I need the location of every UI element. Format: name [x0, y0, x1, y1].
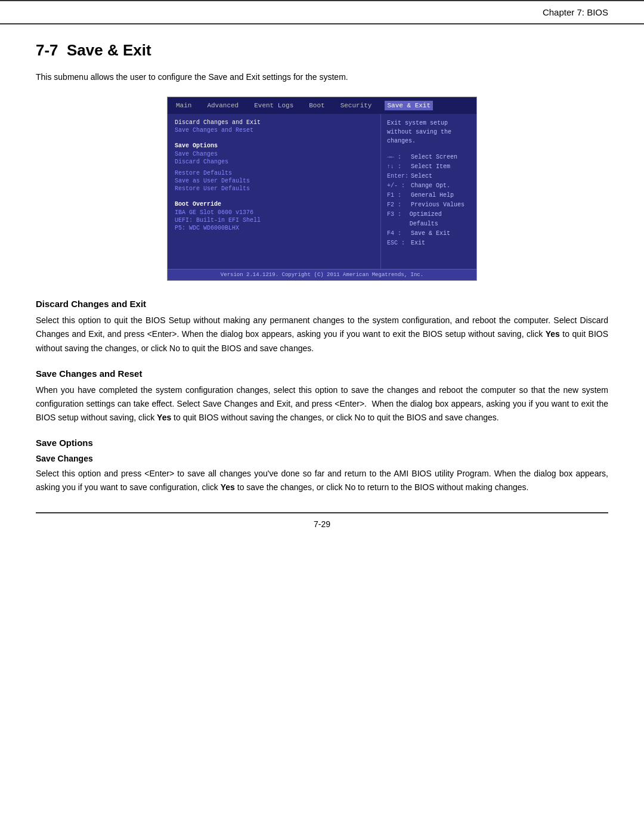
bios-left-panel: Discard Changes and Exit Save Changes an…	[168, 114, 381, 269]
bios-key-select-screen: →← : Select Screen	[387, 153, 470, 162]
bios-key-f1: F1 : General Help	[387, 191, 470, 200]
bios-item-save-user-defaults[interactable]: Save as User Defaults	[175, 177, 373, 185]
bios-label-boot-override: Boot Override	[175, 201, 373, 208]
bios-body: Discard Changes and Exit Save Changes an…	[168, 114, 476, 269]
bios-help-text: Exit system setup without saving the cha…	[387, 119, 470, 145]
bios-screenshot: Main Advanced Event Logs Boot Security S…	[167, 97, 477, 281]
bios-key-esc: ESC : Exit	[387, 239, 470, 248]
bios-item-restore-user-defaults[interactable]: Restore User Defaults	[175, 185, 373, 193]
page-number: 7-29	[36, 519, 608, 529]
bios-item-iba[interactable]: IBA GE Slot 0600 v1376	[175, 209, 373, 216]
bios-item-discard-changes[interactable]: Discard Changes	[175, 158, 373, 166]
bios-item-p5[interactable]: P5: WDC WD6000BLHX	[175, 224, 373, 232]
subsection-title-save-changes: Save Changes	[36, 454, 608, 463]
bios-menu-saveexit[interactable]: Save & Exit	[385, 101, 433, 110]
bios-label-save-options: Save Options	[175, 143, 373, 149]
bios-menu-eventlogs[interactable]: Event Logs	[252, 101, 296, 110]
bottom-divider	[36, 512, 608, 513]
subsection-save-changes-reset: Save Changes and Reset When you have com…	[36, 368, 608, 425]
bios-right-panel: Exit system setup without saving the cha…	[381, 114, 476, 269]
chapter-title: Chapter 7: BIOS	[543, 7, 608, 17]
bios-menu-security[interactable]: Security	[338, 101, 374, 110]
bios-key-select-item: ↑↓ : Select Item	[387, 162, 470, 172]
subsection-title-discard-exit: Discard Changes and Exit	[36, 299, 608, 309]
subsection-save-options: Save Options Save Changes Select this op…	[36, 438, 608, 494]
subsection-title-save-changes-reset: Save Changes and Reset	[36, 368, 608, 379]
bios-key-enter: Enter: Select	[387, 172, 470, 181]
bios-menu-advanced[interactable]: Advanced	[205, 101, 241, 110]
bios-key-f3: F3 : Optimized Defaults	[387, 210, 470, 229]
subsection-text-discard-exit: Select this option to quit the BIOS Setu…	[36, 314, 608, 355]
subsection-discard-exit: Discard Changes and Exit Select this opt…	[36, 299, 608, 355]
bios-key-f2: F2 : Previous Values	[387, 200, 470, 210]
bios-item-uefi[interactable]: UEFI: Built-in EFI Shell	[175, 216, 373, 224]
bios-keys: →← : Select Screen ↑↓ : Select Item Ente…	[387, 153, 470, 248]
bios-item-discard-exit[interactable]: Discard Changes and Exit	[175, 119, 373, 126]
bios-menu-main[interactable]: Main	[174, 101, 194, 110]
bios-menubar: Main Advanced Event Logs Boot Security S…	[168, 97, 476, 114]
section-title: 7-7 Save & Exit	[36, 41, 608, 60]
bios-item-save-changes[interactable]: Save Changes	[175, 150, 373, 158]
subsection-text-save-changes-reset: When you have completed the system confi…	[36, 383, 608, 425]
intro-text: This submenu allows the user to configur…	[36, 70, 608, 83]
bios-key-f4: F4 : Save & Exit	[387, 229, 470, 239]
bios-item-save-reset[interactable]: Save Changes and Reset	[175, 126, 373, 134]
subsection-title-save-options: Save Options	[36, 438, 608, 448]
bios-menu-boot[interactable]: Boot	[306, 101, 327, 110]
bios-item-restore-defaults[interactable]: Restore Defaults	[175, 169, 373, 177]
subsection-text-save-changes: Select this option and press <Enter> to …	[36, 467, 608, 494]
bios-footer: Version 2.14.1219. Copyright (C) 2011 Am…	[168, 269, 476, 280]
bios-key-plusminus: +/- : Change Opt.	[387, 181, 470, 191]
